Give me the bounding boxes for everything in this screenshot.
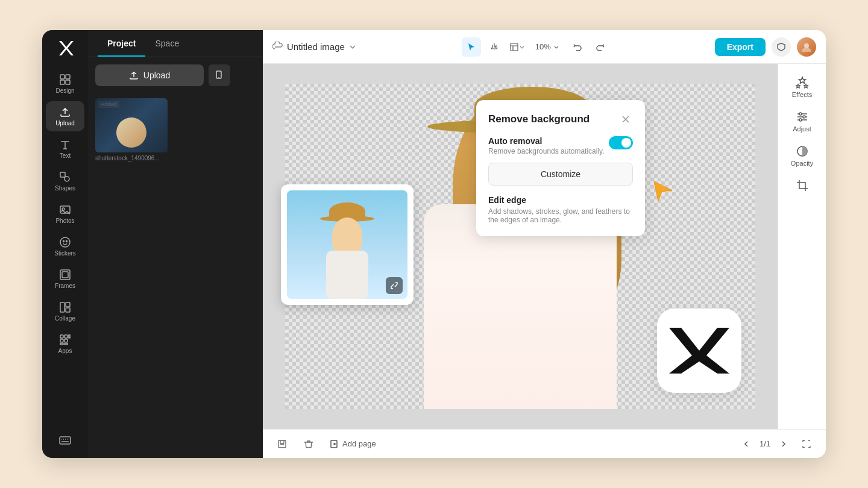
capcut-logo-card [657, 308, 741, 393]
svg-marker-28 [654, 181, 672, 201]
svg-point-30 [799, 113, 802, 115]
svg-rect-2 [66, 75, 70, 79]
sidebar-tool-shapes[interactable]: Shapes [46, 166, 84, 196]
trash-icon [304, 439, 313, 449]
save-page-btn[interactable] [272, 434, 292, 454]
add-page-icon [330, 440, 339, 448]
tab-space[interactable]: Space [145, 30, 189, 57]
sidebar-tool-design[interactable]: Design [46, 69, 84, 99]
opacity-label: Opacity [791, 160, 813, 167]
redo-icon [596, 42, 605, 52]
save-icon [277, 439, 287, 449]
hand-tool-btn[interactable] [485, 37, 504, 57]
redo-btn[interactable] [591, 37, 610, 57]
toolbar-tools: 10% [462, 37, 610, 57]
sidebar-tool-keyboard[interactable] [46, 429, 84, 451]
panel-actions-row: Upload [95, 64, 256, 86]
auto-removal-desc: Remove backgrounds automatically. [488, 147, 605, 155]
expand-icon [390, 281, 398, 290]
preview-face [332, 217, 362, 254]
toolbar-right: Export [715, 37, 816, 57]
icon-sidebar: Design Upload Text Shapes [42, 30, 88, 458]
preview-figure [323, 202, 371, 299]
undo-icon [573, 42, 582, 52]
svg-rect-23 [64, 343, 68, 345]
select-tool-btn[interactable] [462, 37, 481, 57]
svg-rect-1 [60, 75, 64, 79]
fit-btn[interactable] [797, 434, 816, 454]
sidebar-tool-text[interactable]: Text [46, 134, 84, 164]
remove-bg-title: Remove background [488, 113, 590, 125]
panel-sidebar: Project Space Upload [88, 30, 263, 458]
layout-icon [509, 42, 519, 52]
sidebar-tool-stickers[interactable]: Stickers [46, 231, 84, 261]
sidebar-tool-photos[interactable]: Photos [46, 199, 84, 229]
svg-marker-29 [669, 328, 729, 374]
preview-card[interactable] [281, 184, 414, 305]
customize-btn[interactable]: Customize [488, 163, 633, 186]
cursor-indicator [651, 178, 675, 205]
sidebar-tool-frames[interactable]: Frames [46, 264, 84, 294]
svg-point-10 [63, 241, 64, 242]
svg-rect-15 [66, 302, 70, 307]
svg-marker-0 [59, 41, 74, 55]
layout-tool-btn[interactable] [508, 37, 527, 57]
right-panel-adjust[interactable]: Adjust [781, 105, 824, 137]
svg-rect-22 [60, 343, 63, 345]
svg-rect-17 [60, 335, 63, 338]
expand-preview-btn[interactable] [386, 277, 403, 294]
doc-title: Untitled image [287, 42, 345, 52]
right-panel-opacity[interactable]: Opacity [781, 140, 824, 172]
prev-page-btn[interactable] [738, 436, 755, 452]
svg-rect-6 [60, 172, 65, 177]
media-grid: Added shutterstock_1490096... [88, 93, 263, 166]
auto-removal-row: Auto removal Remove backgrounds automati… [488, 136, 633, 155]
hand-icon [489, 42, 499, 52]
panel-tabs: Project Space [88, 30, 263, 57]
sidebar-tool-upload[interactable]: Upload [46, 101, 84, 131]
right-panel-effects[interactable]: Effects [781, 71, 824, 103]
remove-bg-close-btn[interactable] [618, 112, 633, 127]
sidebar-tool-collage[interactable]: Collage [46, 296, 84, 327]
svg-rect-20 [60, 339, 63, 342]
undo-btn[interactable] [568, 37, 587, 57]
canvas-wrapper: Remove background Auto removal Remove ba… [263, 64, 826, 429]
zoom-selector[interactable]: 10% [530, 40, 564, 54]
next-page-icon [779, 440, 788, 448]
prev-page-icon [742, 440, 750, 448]
bottom-bar: Add page 1/1 [263, 429, 826, 458]
auto-removal-toggle[interactable] [609, 136, 633, 149]
tab-project[interactable]: Project [98, 30, 145, 57]
sidebar-tool-apps[interactable]: Apps [46, 329, 84, 359]
user-avatar[interactable] [797, 37, 816, 57]
app-logo[interactable] [54, 37, 76, 59]
adjust-icon [796, 110, 809, 124]
next-page-btn[interactable] [775, 436, 792, 452]
right-panel-crop[interactable] [781, 174, 824, 197]
media-thumb-0[interactable]: Added [95, 98, 168, 152]
select-icon [467, 42, 476, 52]
svg-rect-4 [66, 80, 70, 84]
edit-edge-title: Edit edge [488, 195, 633, 205]
export-button[interactable]: Export [715, 38, 766, 56]
upload-button[interactable]: Upload [95, 64, 204, 86]
cursor-arrow-icon [651, 178, 675, 202]
effects-icon [796, 76, 809, 89]
svg-point-9 [60, 237, 70, 247]
adjust-label: Adjust [793, 125, 811, 133]
add-page-label: Add page [342, 439, 376, 448]
add-page-btn[interactable]: Add page [326, 437, 381, 451]
device-view-btn[interactable] [209, 64, 230, 86]
edit-edge-desc: Add shadows, strokes, glow, and feathers… [488, 207, 633, 224]
media-thumb-label-0: shutterstock_1490096... [95, 155, 168, 161]
doc-title-section[interactable]: Untitled image [272, 42, 357, 52]
svg-rect-24 [60, 437, 71, 444]
opacity-icon [796, 145, 809, 158]
effects-label: Effects [792, 91, 812, 98]
canvas-area[interactable]: Remove background Auto removal Remove ba… [263, 64, 778, 429]
delete-btn[interactable] [299, 434, 318, 454]
svg-rect-19 [69, 335, 70, 338]
shield-btn[interactable] [772, 37, 791, 57]
close-icon [621, 115, 630, 124]
media-item-0: Added shutterstock_1490096... [95, 98, 168, 161]
